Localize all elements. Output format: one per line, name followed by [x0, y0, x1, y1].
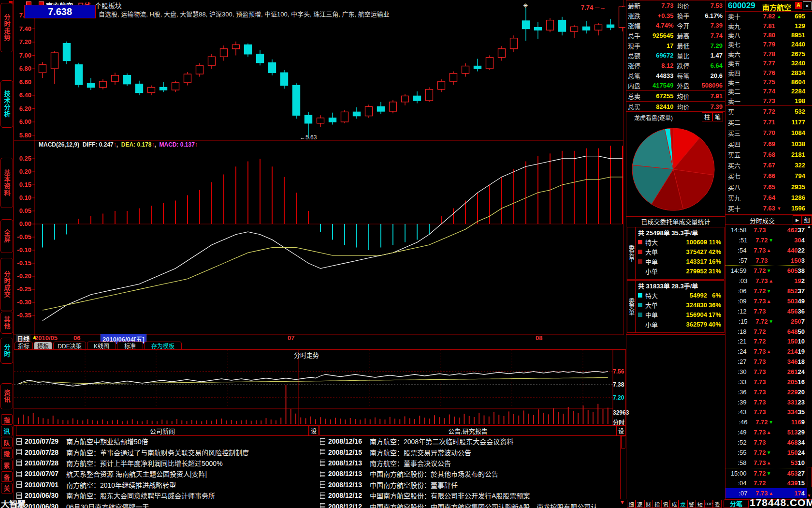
- sidebar-tab-分时走势[interactable]: 分时走势: [0, 3, 13, 52]
- tab-存为模板[interactable]: 存为模板: [144, 342, 182, 350]
- tape-row[interactable]: :557.72▼15024: [725, 448, 807, 458]
- tape-row[interactable]: :067.72▼85237: [725, 286, 807, 296]
- bid-level[interactable]: 买四7.691038: [725, 138, 812, 149]
- news-item[interactable]: 2008/12/16南方航空：2008年第二次临时股东大会会议资料: [319, 436, 619, 447]
- status-button-财[interactable]: 财: [644, 500, 653, 508]
- ask-level[interactable]: 卖二7.742284: [725, 87, 812, 96]
- status-button-逐[interactable]: 逐: [636, 500, 644, 508]
- sidebar-tab-技术分析[interactable]: 技术分析: [0, 80, 13, 128]
- status-button-短[interactable]: 短: [696, 500, 704, 508]
- news-item[interactable]: 2008/12/13南方航空：董事会决议公告: [319, 458, 619, 468]
- status-button-细[interactable]: 细: [627, 500, 636, 508]
- status-button-成[interactable]: 成: [670, 500, 679, 508]
- news-item[interactable]: 2010/07/28南方航空：预计上半年度净利润同比增长超过5000%: [15, 458, 308, 468]
- news-item[interactable]: 2008/12/13中国南方航空股份：董事辞任: [319, 479, 619, 490]
- news-item[interactable]: 2010/06/30南方航空：股东大会同意续聘毕马威会计师事务所: [15, 490, 308, 501]
- ask-level[interactable]: 卖七7.792440: [725, 40, 812, 49]
- tape-row[interactable]: :187.7264850: [725, 327, 807, 337]
- sidebar-chip-队[interactable]: 队: [1, 437, 13, 448]
- tape-row[interactable]: 15:007.72▼45327: [725, 468, 807, 478]
- tape-row[interactable]: :217.7215010: [725, 336, 807, 346]
- news-item[interactable]: 2008/12/15南方航空：股票交易异常波动公告: [319, 447, 619, 457]
- pie-bar-mode-button[interactable]: 柱: [702, 112, 712, 121]
- tab-DDE决策[interactable]: DDE决策: [53, 342, 86, 350]
- bid-level[interactable]: 买六7.67322: [725, 160, 812, 170]
- tape-row[interactable]: :157.72▼2507: [725, 316, 807, 327]
- news-item[interactable]: 2010/07/07航天系整合资源 海南航天主题公园投资人|变阵|: [15, 468, 308, 479]
- tape-row[interactable]: :547.73▲44022: [725, 245, 807, 255]
- bid-level[interactable]: 买五7.682181: [725, 149, 812, 160]
- ask-level[interactable]: 卖一7.73198: [725, 96, 812, 105]
- sidebar-chip-撤[interactable]: 撤: [1, 448, 13, 459]
- tape-row[interactable]: :437.7333435: [725, 407, 807, 417]
- sidebar-chip-讯[interactable]: 讯: [1, 426, 13, 436]
- ask-level[interactable]: 卖五7.773240: [725, 59, 812, 68]
- sidebar-tab-分时成交[interactable]: 分时成交: [0, 258, 13, 311]
- bid-level[interactable]: 买十7.63▼1596: [725, 203, 812, 214]
- bid-level[interactable]: 买九7.641286: [725, 192, 812, 203]
- tape-scroll-up-icon[interactable]: ▲: [807, 225, 812, 229]
- tape-row[interactable]: :517.72▼304: [725, 235, 807, 245]
- tape-row[interactable]: :527.7346834: [725, 437, 807, 448]
- status-button-龙[interactable]: 龙: [679, 500, 687, 508]
- news-right-settings-button[interactable]: 设: [616, 425, 626, 436]
- tape-row[interactable]: 14:597.72▼60538: [725, 265, 807, 276]
- news-left-header[interactable]: 公司新闻: [16, 425, 309, 436]
- news-right-header[interactable]: 公告,研究报告: [319, 425, 616, 436]
- sidebar-chip-备[interactable]: 备: [1, 471, 13, 482]
- ask-level[interactable]: 卖十7.82▲695: [725, 12, 812, 21]
- ask-level[interactable]: 卖四7.762834: [725, 68, 812, 77]
- ask-level[interactable]: 卖六7.782675: [725, 49, 812, 59]
- tape-row[interactable]: :497.73▲51329: [725, 427, 807, 437]
- tape-scrollbar[interactable]: ▲ ▼: [807, 225, 812, 498]
- sidebar-tab-分时[interactable]: 分时: [0, 338, 13, 364]
- sidebar-chip-指[interactable]: 指: [1, 414, 13, 425]
- tab-tick-detail[interactable]: 分笔: [724, 499, 749, 508]
- tape-row[interactable]: :247.73▲21419: [725, 346, 807, 357]
- play-icon[interactable]: ▶: [793, 215, 802, 224]
- ask-level[interactable]: 卖九7.81129: [725, 21, 812, 30]
- bid-level[interactable]: 买三7.701084: [725, 128, 812, 138]
- news-item[interactable]: 2008/12/12中国南方航空股份：中国南方航空集团公司认购新A股、南龙控股有…: [319, 501, 619, 508]
- news-left-settings-button[interactable]: 设: [309, 425, 319, 436]
- sidebar-chip-关[interactable]: 关: [1, 483, 13, 493]
- news-item[interactable]: 2010/06/3006月30日南方航空停牌一天: [15, 501, 308, 508]
- sidebar-chip-累[interactable]: 累: [1, 460, 13, 470]
- sidebar-tab-全屏[interactable]: 全屏: [0, 219, 13, 253]
- tape-row[interactable]: :097.73▲50349: [725, 296, 807, 306]
- tab-模板[interactable]: 模板: [34, 342, 52, 350]
- bid-level[interactable]: 买七7.66794: [725, 171, 812, 181]
- news-scroll-down-icon[interactable]: ▼: [620, 499, 625, 505]
- tab-标准[interactable]: 标准: [117, 342, 143, 350]
- pie-pen-mode-button[interactable]: 笔: [712, 112, 723, 121]
- news-scrollbar-thumb[interactable]: [621, 436, 625, 448]
- sidebar-tab-其他[interactable]: 其他: [0, 312, 13, 334]
- news-item[interactable]: 2008/12/13中国南方航空股份：於其他市场发布的公告: [319, 468, 619, 479]
- status-button-指[interactable]: 指: [652, 500, 661, 508]
- tape-row[interactable]: :127.7345636: [725, 306, 807, 316]
- status-button-委[interactable]: 委: [713, 500, 722, 508]
- sidebar-tab-资讯[interactable]: 资讯: [0, 383, 13, 409]
- tape-row[interactable]: :277.7334618: [725, 357, 807, 367]
- tape-row[interactable]: :397.7333123: [725, 397, 807, 407]
- bid-level[interactable]: 买一7.72532: [725, 106, 812, 117]
- tab-指标[interactable]: 指标: [14, 342, 33, 350]
- bid-level[interactable]: 买八7.652935: [725, 181, 812, 192]
- bid-level[interactable]: 买二7.711177: [725, 117, 812, 127]
- ask-level[interactable]: 卖三7.758604: [725, 77, 812, 87]
- tape-row[interactable]: :367.7322920: [725, 387, 807, 397]
- tab-K线图[interactable]: K线图: [87, 342, 116, 350]
- kline-macd-chart[interactable]: 7.607.407.207.006.806.606.406.206.005.80…: [12, 0, 625, 336]
- status-button-TOP[interactable]: TOP: [704, 500, 713, 508]
- sector-tags[interactable]: 自选股, 运输物流, H股, 大盘, 大智慧88, 沪深300, 预盈预增, 中…: [99, 9, 582, 17]
- ask-level[interactable]: 卖八7.808951: [725, 30, 812, 40]
- tape-row[interactable]: :337.7320516: [725, 377, 807, 387]
- tape-row[interactable]: 14:587.7346237: [725, 225, 807, 235]
- tape-row[interactable]: :037.73▲192: [725, 276, 807, 286]
- status-button-警[interactable]: 警: [687, 500, 696, 508]
- news-item[interactable]: 2008/12/12中国南方航空股份：有限公司非公开发行A股股票预案: [319, 490, 619, 501]
- news-item[interactable]: 2010/07/28南方航空：董事会通过了与南航财务关联交易的风险控制制度: [15, 447, 308, 457]
- tape-row[interactable]: :467.72▼1169: [725, 417, 807, 427]
- tape-row[interactable]: :587.73▲5310: [725, 458, 807, 468]
- tape-row[interactable]: :047.7243915: [725, 478, 807, 488]
